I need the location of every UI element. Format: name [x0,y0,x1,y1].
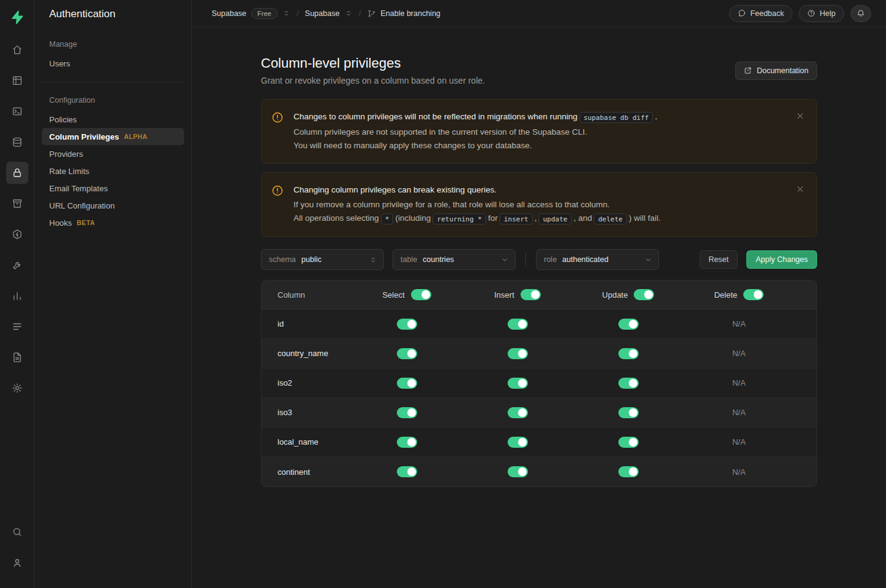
delete-all-toggle[interactable] [743,289,764,300]
apply-changes-button[interactable]: Apply Changes [746,250,817,269]
select-toggle[interactable] [397,378,417,389]
help-button[interactable]: Help [799,5,844,22]
select-cell [351,407,462,418]
enable-branching-button[interactable]: Enable branching [367,9,441,18]
sidebar-item-providers[interactable]: Providers [42,145,184,162]
update-toggle[interactable] [618,378,639,389]
column-name-cell: local_name [261,437,351,447]
code-chip: returning * [433,213,486,224]
table-select[interactable]: table countries [393,249,516,270]
banner-line: If you remove a column privilege for a r… [293,198,661,212]
queries-warning-banner: Changing column privileges can break exi… [261,172,817,237]
banner-line: All operations selecting*(includingretur… [293,212,661,226]
sidebar-item-label: Users [49,59,70,68]
org-selector[interactable]: Supabase Free [212,8,290,19]
project-name: Supabase [305,9,340,18]
api-docs-icon[interactable] [6,346,28,368]
sidebar-item-policies[interactable]: Policies [42,111,184,128]
documentation-label: Documentation [757,66,808,75]
select-cell [351,437,462,448]
sidebar-item-column-privileges[interactable]: Column PrivilegesALPHA [42,128,184,145]
filter-bar: schema public table countries role [261,249,817,270]
table-editor-icon[interactable] [6,70,28,92]
insert-toggle[interactable] [508,348,528,359]
update-cell [573,407,684,418]
select-all-toggle[interactable] [411,289,431,300]
select-toggle[interactable] [397,466,417,477]
chevrons-up-down-icon [345,9,353,17]
logs-icon[interactable] [6,316,28,338]
notifications-button[interactable] [850,5,871,22]
reset-button[interactable]: Reset [700,250,738,269]
topbar: Supabase Free / Supabase / Enable branch… [192,0,886,27]
insert-toggle[interactable] [508,319,528,330]
insert-toggle[interactable] [508,466,528,477]
sidebar-item-rate-limits[interactable]: Rate Limits [42,162,184,180]
column-name-cell: country_name [261,349,351,358]
select-cell [351,319,462,330]
sidebar-item-label: URL Configuration [49,201,114,210]
search-icon[interactable] [6,521,28,543]
select-toggle[interactable] [397,319,417,330]
table-row: iso3 N/A [261,398,816,427]
update-toggle[interactable] [618,437,639,448]
insert-toggle[interactable] [508,437,528,448]
close-banner-button[interactable] [792,181,808,197]
column-name-cell: id [261,319,351,328]
chevron-down-icon [501,256,509,264]
sidebar-item-label: Hooks [49,218,72,228]
sidebar-item-url-configuration[interactable]: URL Configuration [42,197,184,214]
sidebar-item-hooks[interactable]: HooksBETA [42,214,184,231]
table-header-row: Column Select Insert Update Delete [261,280,816,309]
select-toggle[interactable] [397,437,417,448]
update-toggle[interactable] [618,407,639,418]
update-toggle[interactable] [618,348,639,359]
banner-title: Changes to column privileges will not be… [293,110,657,124]
delete-cell: N/A [684,319,794,328]
project-selector[interactable]: Supabase [305,9,353,18]
close-banner-button[interactable] [792,108,808,124]
user-icon[interactable] [6,552,28,574]
sidebar-item-label: Column Privileges [49,132,119,141]
sql-editor-icon[interactable] [6,100,28,122]
edge-functions-icon[interactable] [6,223,28,245]
insert-toggle[interactable] [508,378,528,389]
table-row: iso2 N/A [261,368,816,398]
code-chip: update [538,213,572,224]
insert-cell [462,407,573,418]
select-toggle[interactable] [397,348,417,359]
supabase-logo[interactable] [6,6,28,28]
external-link-icon [744,66,752,74]
sidebar-nav: Manage Users Configuration Policies Colu… [34,26,191,242]
breadcrumb-separator: / [297,9,299,18]
reports-icon[interactable] [6,285,28,307]
home-icon[interactable] [6,39,28,61]
update-all-toggle[interactable] [634,289,654,300]
page-content: Column-level privileges Grant or revoke … [261,27,817,524]
delete-cell: N/A [684,467,794,477]
delete-cell: N/A [684,437,794,447]
select-toggle[interactable] [397,407,417,418]
update-toggle[interactable] [618,466,639,477]
schema-select[interactable]: schema public [261,249,384,270]
realtime-icon[interactable] [6,254,28,276]
database-icon[interactable] [6,131,28,153]
sidebar-item-users[interactable]: Users [42,55,184,72]
alert-circle-icon [271,111,284,153]
select-cell [351,348,462,359]
insert-toggle[interactable] [508,407,528,418]
topbar-actions: Feedback Help [729,5,871,22]
authentication-icon[interactable] [6,162,28,184]
bell-icon [856,9,865,18]
beta-badge: BETA [77,219,95,226]
feedback-button[interactable]: Feedback [729,5,792,22]
cli-warning-banner: Changes to column privileges will not be… [261,99,817,164]
documentation-button[interactable]: Documentation [735,62,817,80]
role-select[interactable]: role authenticated [536,249,659,270]
role-label: role [544,255,557,264]
update-toggle[interactable] [618,319,639,330]
insert-all-toggle[interactable] [521,289,541,300]
sidebar-item-email-templates[interactable]: Email Templates [42,180,184,197]
settings-icon[interactable] [6,377,28,399]
storage-icon[interactable] [6,193,28,215]
